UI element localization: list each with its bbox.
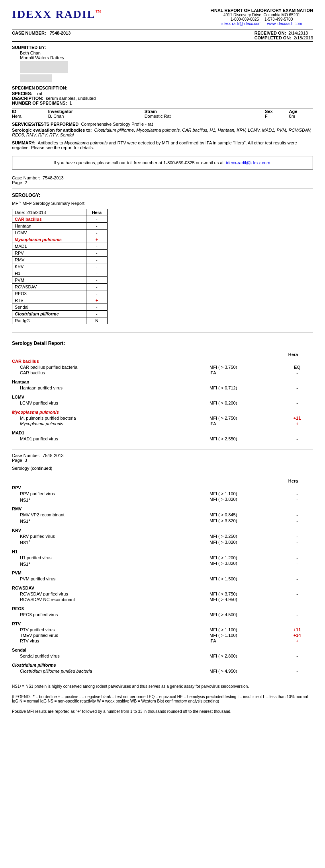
contact-email-link[interactable]: idexx-radil@idexx.com	[226, 160, 270, 165]
detail-row-mycoplasma-ifa: Mycoplasma pulmonis IFA +	[12, 421, 313, 426]
received-value: 2/14/2013	[288, 31, 308, 35]
detail-group-mad1: MAD1 MAD1 purified virus MFI ( > 2.550) …	[12, 430, 313, 442]
detail-group-clostridium: Clostridium piliforme Clostridium pilifo…	[12, 663, 313, 674]
header-email-link[interactable]: idexx-radil@idexx.com	[221, 21, 262, 26]
detail-group-rmv: RMV RMV VP2 recombinant MFI ( > 0.845) -…	[12, 506, 313, 524]
detail-group-reo3: REO3 REO3 purified virus MFI ( > 4.500) …	[12, 606, 313, 617]
detail-group-name-rmv: RMV	[12, 506, 313, 511]
detail-row-rtv-virus: RTV purified virus MFI ( > 1.100) +11	[12, 627, 313, 633]
mfi-row-mad1: MAD1 -	[12, 243, 108, 249]
detail-mfi-h1-virus: MFI ( > 1.200)	[209, 555, 281, 560]
mfi-title: MFI2 MFI² Serology Summary Report:	[12, 200, 313, 206]
submitter-name: Beth Chan	[20, 51, 313, 55]
mfi-value-ratigg: N	[86, 317, 107, 324]
detail-mfi-rpv-ns1: MFI ( > 3.820)	[209, 497, 281, 502]
specimen-table-header: ID Investigator Strain Sex Age	[12, 109, 313, 114]
legend-text: (LEGEND: * = borderline + = positive - =…	[12, 695, 313, 703]
mfi-row-krv: KRV -	[12, 263, 108, 270]
number-label: NUMBER OF SPECIMENS:	[12, 101, 67, 105]
detail-value-krv-virus: -	[281, 534, 313, 539]
detail-desc-mad1-virus: MAD1 purified virus	[20, 436, 209, 441]
detail-mfi-car-ifa: IFA	[209, 370, 281, 375]
mfi-label-rcvsdav: RCV/SDAV	[12, 283, 86, 290]
mfi-value-rcvsdav: -	[86, 283, 107, 290]
detail-continued-section: Hera RPV RPV purified virus MFI ( > 1.10…	[12, 479, 313, 674]
page3-case-label: Case Number:	[12, 453, 40, 458]
mfi-row-rmv: RMV -	[12, 256, 108, 263]
detail-row-pvm-virus: PVM purified virus MFI ( > 1.500) -	[12, 576, 313, 582]
phone2: 1-573-499-5700	[264, 17, 293, 21]
detail-desc-rpv-virus: RPV purified virus	[20, 491, 209, 496]
detail-mfi-rmv-vp2: MFI ( > 0.845)	[209, 512, 281, 517]
detail-continued-header: Hera	[12, 479, 313, 483]
mfi-value-rpv: -	[86, 249, 107, 256]
detail-continued-hera-header: Hera	[277, 479, 309, 483]
detail-value-car-ifa: -	[281, 370, 313, 375]
serologic-eval: Serologic evaluation for antibodies to: …	[12, 128, 313, 137]
detail-group-name-lcmv: LCMV	[12, 395, 313, 399]
detail-mfi-lcmv-virus: MFI ( > 0.200)	[209, 401, 281, 405]
ns1-footnote: NS1¹ = NS1 protein is highly conserved a…	[12, 684, 313, 689]
divider-3	[12, 450, 313, 450]
mfi-label-hantaan: Hantaan	[12, 222, 86, 229]
legend-title: (LEGEND:	[12, 695, 31, 699]
detail-row-hantaan-virus: Hantaan purified virus MFI ( > 0.712) -	[12, 385, 313, 391]
detail-desc-reo3-virus: REO3 purified virus	[20, 612, 209, 617]
mfi-date: Date: 2/15/2013	[12, 209, 86, 216]
mfi-label-sendai: Sendai	[12, 304, 86, 310]
positive-note: Positive MFI results are reported as "+"…	[12, 709, 313, 714]
detail-group-pvm: PVM PVM purified virus MFI ( > 1.500) -	[12, 570, 313, 582]
detail-group-name-krv: KRV	[12, 528, 313, 533]
mfi-row-hantaan: Hantaan -	[12, 222, 108, 229]
mfi-row-h1: H1 -	[12, 270, 108, 276]
detail-row-krv-virus: KRV purified virus MFI ( > 2.250) -	[12, 533, 313, 539]
mfi-row-mycoplasma: Mycoplasma pulmonis +	[12, 236, 108, 243]
services-value: Comprehensive Serology Profile - rat	[81, 122, 153, 127]
specimen-section: SPECIMEN DESCRIPTION: SPECIES: rat DESCR…	[12, 86, 313, 105]
detail-mfi-pvm-virus: MFI ( > 1.500)	[209, 576, 281, 581]
case-number-label: CASE NUMBER:	[12, 31, 46, 35]
detail-group-h1: H1 H1 purified virus MFI ( > 1.200) - NS…	[12, 549, 313, 567]
serology-continued: Serology (continued)	[12, 466, 313, 471]
completed-label: COMPLETED ON:	[255, 35, 291, 40]
sex-value: F	[265, 114, 289, 119]
page3-info: Case Number: 7548-2013 Page 3	[12, 453, 313, 463]
detail-row-car-bacteria: CAR bacillus purified bacteria MFI ( > 3…	[12, 364, 313, 370]
detail-value-rcvsdav-nc: -	[281, 597, 313, 602]
divider-4	[12, 680, 313, 680]
detail-report-title: Serology Detail Report:	[12, 341, 313, 346]
submitted-label: SUBMITTED BY:	[12, 45, 313, 50]
detail-mfi-mycoplasma-bacteria: MFI ( > 2.750)	[209, 416, 281, 420]
detail-desc-sendai-virus: Sendai purified virus	[20, 654, 209, 658]
detail-row-rcvsdav-virus: RCV/SDAV purified virus MFI ( > 3.750) -	[12, 591, 313, 597]
mfi-row-rcvsdav: RCV/SDAV -	[12, 283, 108, 290]
case-number: CASE NUMBER: 7548-2013	[12, 31, 70, 40]
detail-desc-tmev-virus: TMEV purified virus	[20, 633, 209, 638]
description-label: DESCRIPTION:	[12, 96, 43, 101]
header-website-link[interactable]: www.idexxradil.com	[267, 21, 302, 26]
detail-header: Hera	[12, 352, 313, 357]
detail-value-car-bacteria: EQ	[281, 365, 313, 370]
mfi-row-clostridium: Clostridium piliforme -	[12, 310, 108, 317]
header-phones: 1-800-669-0825 1-573-499-5700	[210, 17, 313, 21]
specimen-table: ID Investigator Strain Sex Age Hera B. C…	[12, 109, 313, 119]
detail-mfi-krv-ns1: MFI ( > 3.820)	[209, 540, 281, 545]
address-image-1	[20, 61, 68, 73]
species-value: rat	[37, 91, 43, 96]
report-title: FINAL REPORT OF LABORATORY EXAMINATION	[210, 8, 313, 13]
mfi-label-pvm: PVM	[12, 276, 86, 283]
received-date: RECEIVED ON: 2/14/2013	[255, 31, 313, 35]
mfi-row-pvm: PVM -	[12, 276, 108, 283]
detail-row-rmv-ns1: NS11 MFI ( > 3.820) -	[12, 518, 313, 524]
mfi-summary-table: Date: 2/15/2013 Hera CAR bacillus - Hant…	[12, 209, 108, 324]
mfi-hera-header: Hera	[86, 209, 107, 216]
detail-row-rmv-vp2: RMV VP2 recombinant MFI ( > 0.845) -	[12, 512, 313, 518]
detail-desc-hantaan-virus: Hantaan purified virus	[20, 385, 209, 390]
detail-value-mycoplasma-ifa: +	[281, 421, 313, 426]
detail-group-lcmv: LCMV LCMV purified virus MFI ( > 0.200) …	[12, 395, 313, 406]
mfi-row-sendai: Sendai -	[12, 304, 108, 310]
detail-row-rpv-ns1: NS11 MFI ( > 3.820) -	[12, 496, 313, 503]
detail-group-name-rpv: RPV	[12, 485, 313, 490]
detail-group-sendai: Sendai Sendai purified virus MFI ( > 2.8…	[12, 648, 313, 659]
summary-label: SUMMARY:	[12, 140, 35, 145]
